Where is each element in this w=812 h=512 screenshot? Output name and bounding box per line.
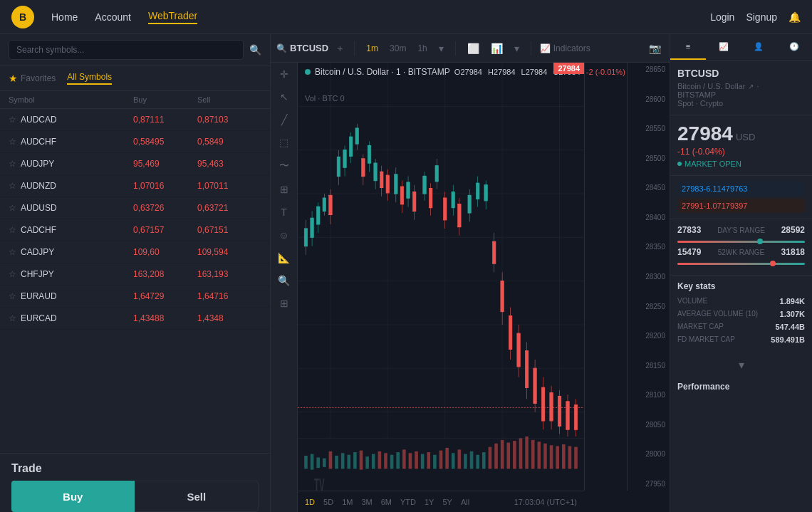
svg-rect-35	[395, 174, 398, 194]
nav-account[interactable]: Account	[95, 11, 131, 23]
time-period-1y[interactable]: 1Y	[425, 498, 434, 506]
svg-rect-110	[427, 452, 430, 469]
chart-ohlc: O27984 H27984 L27984 C27984 -2 (-0.01%)	[454, 68, 625, 76]
svg-rect-79	[533, 368, 537, 403]
star-icon[interactable]: ☆	[9, 313, 16, 323]
text-tool[interactable]: T	[281, 207, 287, 218]
star-icon[interactable]: ☆	[9, 159, 16, 169]
svg-rect-96	[341, 453, 345, 469]
chart-type-bars-icon[interactable]: ⬜	[464, 41, 482, 56]
svg-rect-127	[531, 440, 535, 469]
crosshair-tool[interactable]: ✛	[280, 68, 288, 80]
time-period-1d[interactable]: 1D	[305, 498, 315, 506]
symbol-info-sub: Bitcoin / U.S. Dollar ↗ ·	[677, 82, 805, 90]
login-button[interactable]: Login	[710, 11, 734, 23]
svg-rect-67	[458, 204, 462, 227]
signup-button[interactable]: Signup	[746, 11, 777, 23]
star-icon[interactable]: ☆	[9, 225, 16, 235]
chart-type-candle-icon[interactable]: 📊	[488, 41, 506, 56]
star-icon[interactable]: ☆	[9, 247, 16, 257]
tf-30m[interactable]: 30m	[387, 42, 409, 55]
svg-rect-123	[506, 443, 510, 469]
week52-range-high: 31818	[781, 247, 805, 257]
right-tab-list[interactable]: ≡	[670, 34, 706, 60]
trade-label: Trade	[11, 462, 259, 481]
svg-rect-104	[390, 455, 394, 469]
indicators-button[interactable]: 📈 Indicators	[540, 43, 590, 53]
svg-rect-120	[489, 447, 492, 469]
svg-rect-15	[304, 229, 308, 246]
week52-range-label: 52WK RANGE	[718, 249, 765, 256]
symbol-row[interactable]: ☆ AUDJPY 95,469 95,463	[0, 153, 270, 175]
chart-bottom-bar: 1D5D1M3M6MYTD1Y5YAll 17:03:04 (UTC+1)	[298, 491, 584, 512]
svg-rect-116	[464, 454, 467, 469]
search-input[interactable]	[9, 40, 244, 60]
more-tools[interactable]: ⊞	[280, 298, 288, 309]
chart-timestamp: 17:03:04 (UTC+1)	[514, 498, 577, 506]
sell-price: 109,594	[197, 247, 261, 257]
zoom-tool[interactable]: 🔍	[278, 275, 290, 286]
time-period-6m[interactable]: 6M	[381, 498, 392, 506]
right-tab-user[interactable]: 👤	[741, 34, 777, 60]
star-icon[interactable]: ☆	[9, 115, 16, 125]
time-period-ytd[interactable]: YTD	[400, 498, 416, 506]
tab-favorites[interactable]: ★ Favorites	[9, 73, 56, 84]
symbol-row[interactable]: ☆ AUDNZD 1,07016 1,07011	[0, 175, 270, 197]
symbol-row[interactable]: ☆ AUDCAD 0,87111 0,87103	[0, 109, 270, 131]
external-link-icon[interactable]: ↗	[748, 83, 754, 90]
fib-tool[interactable]: 〜	[279, 160, 289, 172]
stat-row: AVERAGE VOLUME (10) 1.307K	[677, 310, 805, 318]
star-icon[interactable]: ☆	[9, 137, 16, 147]
symbol-row[interactable]: ☆ CHFJPY 163,208 163,193	[0, 263, 270, 286]
symbol-row[interactable]: ☆ CADCHF 0,67157 0,67151	[0, 219, 270, 241]
trade-buttons: Buy Sell	[11, 481, 259, 512]
time-period-all[interactable]: All	[461, 498, 469, 506]
add-symbol-icon[interactable]: +	[334, 41, 345, 56]
time-period-1m[interactable]: 1M	[342, 498, 353, 506]
chart-vol: Vol · BTC 0	[305, 94, 345, 103]
time-period-5d[interactable]: 5D	[323, 498, 333, 506]
search-icon[interactable]: 🔍	[249, 44, 261, 56]
nav-home[interactable]: Home	[51, 11, 78, 23]
ruler-tool[interactable]: 📐	[278, 252, 290, 263]
measure-tool[interactable]: ⊞	[280, 184, 288, 195]
buy-price: 0,63726	[133, 203, 197, 213]
tf-dropdown-icon[interactable]: ▾	[436, 41, 447, 56]
star-icon[interactable]: ☆	[9, 181, 16, 191]
tf-1m[interactable]: 1m	[363, 42, 381, 55]
notification-icon[interactable]: 🔔	[788, 11, 801, 23]
star-icon[interactable]: ☆	[9, 269, 16, 279]
stat-label: AVERAGE VOLUME (10)	[677, 310, 758, 318]
star-icon[interactable]: ☆	[9, 291, 16, 301]
time-period-5y[interactable]: 5Y	[442, 498, 452, 506]
symbol-row[interactable]: ☆ EURAUD 1,64729 1,64716	[0, 286, 270, 308]
symbol-row[interactable]: ☆ AUDUSD 0,63726 0,63721	[0, 197, 270, 219]
chart-area: ✛ ↖ ╱ ⬚ 〜 ⊞ T ☺ 📐 🔍 ⊞ Bitcoin / U.S. Dol…	[271, 63, 670, 512]
camera-icon[interactable]: 📷	[646, 41, 664, 56]
symbol-row[interactable]: ☆ AUDCHF 0,58495 0,5849	[0, 131, 270, 153]
expand-button[interactable]: ▾	[670, 354, 812, 376]
indicators-icon: 📈	[540, 43, 551, 53]
symbol-row[interactable]: ☆ CADJPY 109,60 109,594	[0, 241, 270, 263]
trend-line-tool[interactable]: ╱	[281, 114, 287, 125]
tf-1h[interactable]: 1h	[415, 42, 430, 55]
svg-rect-106	[402, 449, 406, 469]
right-tab-clock[interactable]: 🕐	[776, 34, 812, 60]
cursor-tool[interactable]: ↖	[280, 91, 288, 103]
symbol-row[interactable]: ☆ EURCAD 1,43488 1,4348	[0, 308, 270, 330]
star-icon[interactable]: ☆	[9, 203, 16, 213]
emoji-tool[interactable]: ☺	[279, 229, 288, 241]
svg-rect-41	[435, 166, 439, 182]
sell-button[interactable]: Sell	[135, 481, 259, 512]
price-display: 27984 USD -11 (-0.04%) MARKET OPEN	[670, 115, 812, 176]
time-period-3m[interactable]: 3M	[361, 498, 372, 506]
buy-button[interactable]: Buy	[11, 481, 135, 512]
chart-type-dropdown-icon[interactable]: ▾	[511, 41, 522, 56]
nav-webtrader[interactable]: WebTrader	[148, 10, 197, 24]
svg-rect-99	[360, 451, 363, 470]
tab-all-symbols[interactable]: All Symbols	[67, 72, 112, 85]
buy-price: 1,07016	[133, 181, 197, 191]
right-tab-chart[interactable]: 📈	[706, 34, 741, 60]
svg-rect-61	[412, 192, 416, 211]
shapes-tool[interactable]: ⬚	[279, 137, 288, 148]
